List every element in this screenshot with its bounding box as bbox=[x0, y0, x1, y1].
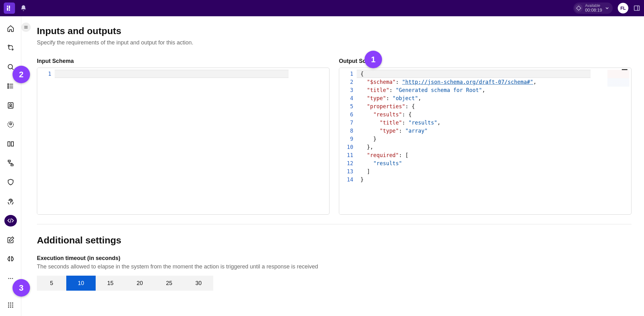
svg-point-25 bbox=[10, 278, 11, 279]
input-schema-label: Input Schema bbox=[37, 58, 330, 64]
callout-badge-2: 2 bbox=[13, 66, 30, 83]
timeout-option-20[interactable]: 20 bbox=[125, 276, 154, 291]
side-rail bbox=[0, 16, 21, 316]
svg-rect-22 bbox=[11, 164, 13, 166]
timeout-option-30[interactable]: 30 bbox=[184, 276, 213, 291]
nav-fingerprint[interactable] bbox=[4, 196, 17, 207]
svg-point-20 bbox=[10, 123, 12, 125]
svg-rect-2 bbox=[9, 6, 10, 9]
additional-settings-title: Additional settings bbox=[37, 235, 631, 246]
nav-route[interactable] bbox=[4, 42, 17, 53]
timeout-option-5[interactable]: 5 bbox=[37, 276, 66, 291]
svg-line-10 bbox=[12, 68, 13, 69]
chevron-down-icon bbox=[605, 6, 610, 11]
svg-point-31 bbox=[10, 304, 11, 306]
svg-point-35 bbox=[12, 307, 13, 308]
svg-point-14 bbox=[8, 84, 8, 85]
page-title: Inputs and outputs bbox=[37, 26, 631, 36]
svg-rect-0 bbox=[7, 6, 8, 7]
section-divider bbox=[37, 224, 631, 224]
svg-rect-4 bbox=[576, 6, 581, 10]
nav-list[interactable] bbox=[4, 80, 17, 92]
nav-home[interactable] bbox=[4, 23, 17, 34]
output-schema-editor[interactable]: 1234567891011121314 { "$schema": "http:/… bbox=[339, 68, 631, 215]
svg-point-32 bbox=[12, 304, 13, 306]
nav-knowledge[interactable] bbox=[4, 138, 17, 150]
panel-toggle-icon[interactable] bbox=[633, 5, 640, 12]
nav-flow[interactable] bbox=[4, 157, 17, 169]
notifications-icon[interactable] bbox=[20, 5, 27, 12]
svg-rect-1 bbox=[7, 8, 8, 11]
nav-profile[interactable] bbox=[4, 119, 17, 130]
status-pill[interactable]: Available 00:08:19 bbox=[573, 3, 613, 14]
svg-rect-21 bbox=[8, 160, 10, 162]
nav-edit[interactable] bbox=[4, 234, 17, 246]
svg-point-18 bbox=[10, 104, 12, 106]
timeout-option-15[interactable]: 15 bbox=[96, 276, 125, 291]
nav-shield[interactable] bbox=[4, 176, 17, 188]
svg-point-33 bbox=[8, 307, 9, 308]
output-schema-label: Output Schema bbox=[339, 58, 631, 64]
logo-icon bbox=[6, 5, 13, 11]
editor-minimap-viewport bbox=[622, 69, 627, 70]
svg-point-29 bbox=[12, 303, 13, 304]
svg-point-27 bbox=[8, 303, 9, 304]
svg-point-8 bbox=[12, 49, 13, 50]
svg-rect-3 bbox=[9, 9, 10, 11]
svg-point-15 bbox=[8, 86, 8, 87]
input-schema-editor[interactable]: 1 bbox=[37, 68, 330, 215]
timeout-description: The seconds allowed to elapse in the sys… bbox=[37, 263, 631, 270]
avatar[interactable]: FL bbox=[618, 3, 628, 13]
app-logo[interactable] bbox=[4, 3, 15, 14]
collapse-sidebar-button[interactable] bbox=[21, 23, 31, 32]
timeout-option-25[interactable]: 25 bbox=[154, 276, 184, 291]
svg-point-34 bbox=[10, 307, 11, 308]
svg-point-28 bbox=[10, 303, 11, 304]
editor-minimap bbox=[607, 70, 629, 98]
status-indicator-icon bbox=[575, 4, 583, 12]
top-bar: Available 00:08:19 FL bbox=[0, 0, 644, 16]
page-subtitle: Specify the requirements of the input an… bbox=[37, 39, 631, 46]
status-time: 00:08:19 bbox=[585, 8, 602, 13]
nav-brain[interactable] bbox=[4, 253, 17, 265]
svg-point-7 bbox=[8, 45, 9, 46]
timeout-label: Execution timeout (in seconds) bbox=[37, 255, 631, 262]
main-content: Inputs and outputs Specify the requireme… bbox=[21, 16, 644, 316]
svg-point-26 bbox=[12, 278, 13, 279]
nav-apps[interactable] bbox=[4, 299, 17, 311]
svg-rect-5 bbox=[634, 6, 640, 11]
svg-point-24 bbox=[8, 278, 9, 279]
svg-point-30 bbox=[8, 304, 9, 306]
timeout-options: 51015202530 bbox=[37, 276, 631, 291]
svg-point-9 bbox=[8, 64, 13, 69]
svg-point-16 bbox=[8, 88, 8, 89]
status-label: Available bbox=[585, 4, 602, 8]
callout-badge-3: 3 bbox=[13, 279, 30, 297]
nav-contact[interactable] bbox=[4, 99, 17, 111]
svg-line-23 bbox=[10, 218, 11, 223]
callout-badge-1: 1 bbox=[365, 51, 382, 68]
timeout-option-10[interactable]: 10 bbox=[66, 276, 96, 291]
nav-code[interactable] bbox=[4, 215, 17, 227]
